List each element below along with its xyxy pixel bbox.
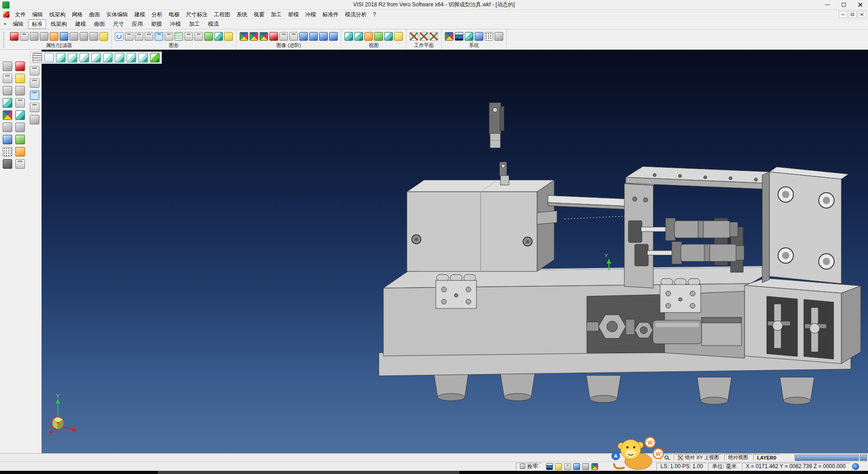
notebook-icon[interactable] — [15, 98, 25, 108]
maximize-button[interactable] — [835, 0, 852, 9]
filter-scissors-icon[interactable] — [70, 32, 78, 41]
close-button[interactable] — [852, 0, 868, 9]
layer-teal-icon[interactable] — [214, 32, 223, 41]
help-icon[interactable] — [573, 463, 580, 470]
filter-box-icon[interactable] — [90, 32, 98, 41]
rotate-icon[interactable] — [3, 98, 12, 108]
grid-plane-icon[interactable] — [175, 32, 183, 41]
window-blue-icon[interactable] — [475, 32, 483, 41]
tab[interactable]: 应用 — [128, 19, 146, 29]
cube-icon[interactable] — [15, 123, 25, 132]
3d-viewport[interactable]: Y Y — [42, 50, 868, 453]
arrow-text-icon[interactable] — [309, 32, 318, 41]
iso-view-icon[interactable] — [56, 53, 66, 62]
clipboard-3-icon[interactable] — [30, 90, 39, 100]
minimize-button[interactable] — [819, 0, 835, 9]
menu-item[interactable]: 网格 — [69, 10, 86, 19]
grid-icon[interactable] — [3, 147, 12, 156]
tab[interactable]: 模流 — [204, 19, 222, 29]
polyline-icon[interactable] — [15, 86, 25, 95]
workplane-axes-icon[interactable] — [429, 32, 438, 41]
menu-item[interactable]: 工程图 — [211, 10, 233, 19]
refresh-orange-icon[interactable] — [50, 32, 58, 41]
layer-cell[interactable]: LAYER0 — [753, 454, 780, 461]
globe-icon[interactable] — [852, 463, 859, 470]
rendered-view-icon[interactable] — [250, 32, 258, 41]
view-mode-cell[interactable]: 绝对 XY 上视图 — [674, 454, 723, 461]
menu-item[interactable]: 系统 — [233, 10, 250, 19]
menu-item[interactable]: 建模 — [131, 10, 148, 19]
translate-icon[interactable] — [3, 86, 12, 95]
tab[interactable]: 建模 — [71, 19, 90, 29]
arrow-blue-icon[interactable] — [299, 32, 308, 41]
clipboard3-icon[interactable] — [145, 32, 153, 41]
clipboard-active-icon[interactable] — [155, 32, 163, 41]
menu-item[interactable]: 模流分析 — [342, 10, 370, 19]
menu-item[interactable]: 曲面 — [86, 10, 103, 19]
render-mode-icon[interactable] — [3, 159, 12, 169]
left-view-icon[interactable] — [103, 53, 113, 62]
save-layer-icon[interactable] — [15, 159, 25, 169]
solid-edit-icon[interactable] — [15, 110, 25, 120]
verify-icon[interactable] — [374, 32, 383, 41]
printer-icon[interactable] — [20, 32, 28, 41]
tab[interactable]: 编辑 — [9, 19, 27, 29]
menu-item[interactable]: 分析 — [148, 10, 165, 19]
undo-icon[interactable] — [15, 147, 25, 156]
paste-attributes-icon[interactable] — [40, 32, 48, 41]
color-palette-icon[interactable] — [445, 32, 453, 41]
red-clip-icon[interactable] — [269, 32, 278, 41]
mascot-pet[interactable]: W W A — [610, 432, 669, 472]
workplane-icon[interactable] — [410, 32, 418, 41]
menu-item[interactable]: 文件 — [12, 10, 29, 19]
shaded-view-green-icon[interactable] — [150, 53, 160, 62]
clip-image-icon[interactable] — [279, 32, 288, 41]
toolbar-handle[interactable] — [2, 31, 6, 47]
menu-item[interactable]: 视窗 — [250, 10, 268, 19]
filter-pencil-icon[interactable] — [80, 32, 88, 41]
palette-icon[interactable] — [591, 463, 598, 470]
3d-model-view[interactable]: Y — [42, 50, 868, 453]
menu-item[interactable]: 线架构 — [46, 10, 69, 19]
back-view-icon[interactable] — [115, 53, 124, 62]
wireframe-cube-icon[interactable] — [344, 32, 353, 41]
workplane-edit-icon[interactable] — [420, 32, 428, 41]
layer-stack-icon[interactable] — [194, 32, 203, 41]
absolute-view-cell[interactable]: 绝对视图 — [724, 454, 752, 461]
copy-attributes-icon[interactable] — [30, 32, 38, 41]
menu-item[interactable]: 标准件 — [319, 10, 342, 19]
refresh-view-icon[interactable] — [115, 32, 123, 41]
tab-active[interactable]: 标准 — [28, 19, 46, 29]
front-view-icon[interactable] — [68, 53, 77, 62]
clipboard-5-icon[interactable] — [30, 115, 39, 124]
tab[interactable]: 线架构 — [47, 19, 71, 29]
dynamic-view-icon[interactable] — [3, 110, 12, 120]
monitor-icon[interactable] — [455, 32, 463, 41]
mdi-minimize-button[interactable] — [839, 11, 847, 18]
shaded-cube-icon[interactable] — [354, 32, 363, 41]
cone-blue-icon[interactable] — [329, 32, 338, 41]
clipboard-2-icon[interactable] — [30, 78, 39, 88]
bottom-view-icon[interactable] — [127, 53, 136, 62]
cylinder-blue-icon[interactable] — [319, 32, 328, 41]
zoom-window-icon[interactable] — [3, 123, 12, 132]
clipboard2-icon[interactable] — [135, 32, 143, 41]
clipboard-icon[interactable] — [125, 32, 133, 41]
clipboard5-icon[interactable] — [184, 32, 193, 41]
menu-item[interactable]: 编辑 — [29, 10, 46, 19]
clipboard4-icon[interactable] — [165, 32, 173, 41]
view-menu-icon[interactable] — [33, 53, 42, 62]
mdi-restore-button[interactable] — [848, 11, 857, 18]
tab[interactable]: 加工 — [185, 19, 203, 29]
tab-dropdown-icon[interactable]: ▼ — [1, 22, 9, 26]
refresh-blue-icon[interactable] — [60, 32, 68, 41]
shaded-view-icon[interactable] — [240, 32, 248, 41]
menu-item[interactable]: 实体编辑 — [103, 10, 131, 19]
tab[interactable]: 尺寸 — [109, 19, 127, 29]
magnet-icon[interactable] — [10, 32, 19, 41]
tab[interactable]: 塑膜 — [147, 19, 165, 29]
settings-sun-icon[interactable] — [394, 32, 403, 41]
right-view-icon[interactable] — [91, 53, 101, 62]
display-settings-icon[interactable] — [546, 463, 553, 470]
pencil-edit-icon[interactable] — [15, 74, 25, 83]
